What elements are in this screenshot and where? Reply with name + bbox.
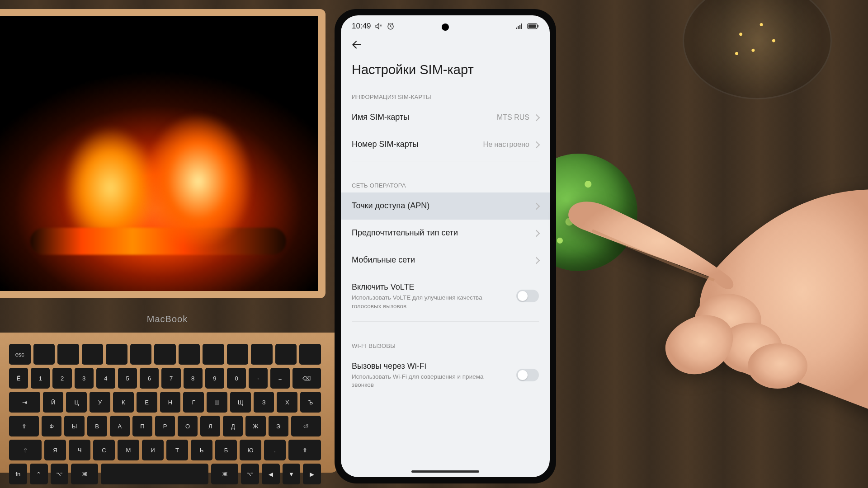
mute-icon: [375, 22, 383, 30]
svg-rect-2: [528, 24, 536, 28]
fireplace-video: [0, 16, 318, 291]
status-time: 10:49: [352, 22, 371, 31]
chevron-right-icon: [533, 141, 540, 148]
page-title: Настройки SIM-карт: [341, 54, 550, 87]
row-wifi-call[interactable]: Вызовы через Wi-Fi Использовать Wi-Fi дл…: [341, 353, 550, 398]
section-header-carrier: СЕТЬ ОПЕРАТОРА: [341, 176, 550, 192]
row-label: Мобильные сети: [352, 255, 534, 265]
row-network-type[interactable]: Предпочтительный тип сети: [341, 220, 550, 247]
macbook-keyboard: esc Ё1234567890-=⌫ ⇥ЙЦУКЕНГШЩЗХЪ ⇪ФЫВАПР…: [0, 333, 339, 473]
row-value: MTS RUS: [497, 113, 529, 122]
row-label: Включить VoLTE: [352, 282, 516, 292]
volte-toggle[interactable]: [516, 290, 539, 302]
chevron-right-icon: [533, 230, 540, 237]
row-sim-number[interactable]: Номер SIM-карты Не настроено: [341, 131, 550, 158]
macbook-laptop: MacBook esc Ё1234567890-=⌫ ⇥ЙЦУКЕНГШЩЗХЪ…: [0, 9, 344, 479]
svg-rect-3: [538, 25, 538, 28]
chevron-right-icon: [533, 257, 540, 264]
signal-icon: [515, 22, 524, 30]
phone-screen: 10:49 Настройки SIM-карт ИНФОРМАЦИЯ SIM-…: [341, 15, 550, 477]
row-label: Номер SIM-карты: [352, 139, 483, 150]
chevron-right-icon: [533, 114, 540, 121]
battery-icon: [527, 22, 539, 30]
back-button[interactable]: [341, 33, 550, 54]
row-apn[interactable]: Точки доступа (APN): [341, 192, 550, 220]
pointing-hand: [561, 181, 868, 474]
back-arrow-icon: [351, 39, 363, 51]
row-sim-name[interactable]: Имя SIM-карты MTS RUS: [341, 104, 550, 131]
macbook-screen: [0, 9, 326, 298]
row-label: Вызовы через Wi-Fi: [352, 361, 516, 371]
section-header-wifi-calls: WI-FI ВЫЗОВЫ: [341, 336, 550, 353]
row-sub: Использовать VoLTE для улучшения качеств…: [352, 294, 492, 310]
chevron-right-icon: [533, 202, 540, 210]
row-value: Не настроено: [483, 141, 529, 149]
row-label: Имя SIM-карты: [352, 112, 497, 122]
row-sub: Использовать Wi-Fi для совершения и прие…: [352, 373, 492, 389]
row-label: Точки доступа (APN): [352, 201, 534, 211]
wifi-call-toggle[interactable]: [516, 369, 539, 381]
macbook-brand-label: MacBook: [0, 314, 344, 324]
svg-point-6: [748, 343, 807, 389]
row-mobile-networks[interactable]: Мобильные сети: [341, 247, 550, 274]
smartphone: 10:49 Настройки SIM-карт ИНФОРМАЦИЯ SIM-…: [335, 9, 556, 483]
home-indicator[interactable]: [411, 470, 479, 473]
section-header-sim-info: ИНФОРМАЦИЯ SIM-КАРТЫ: [341, 87, 550, 104]
row-label: Предпочтительный тип сети: [352, 228, 534, 238]
alarm-icon: [387, 22, 395, 30]
row-volte[interactable]: Включить VoLTE Использовать VoLTE для ул…: [341, 274, 550, 319]
camera-hole: [442, 23, 449, 31]
